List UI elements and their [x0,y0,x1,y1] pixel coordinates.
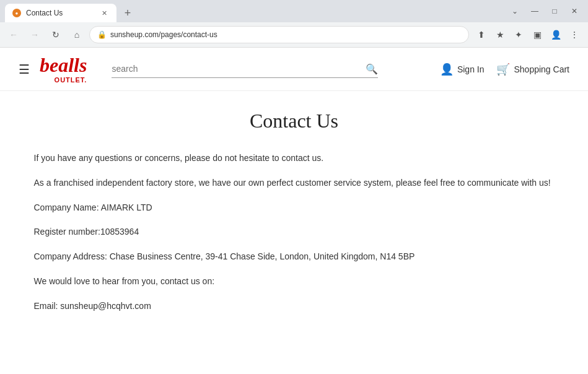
back-button[interactable]: ← [5,26,22,43]
search-icon[interactable]: 🔍 [366,63,378,75]
home-button[interactable]: ⌂ [68,26,86,43]
lock-icon: 🔒 [97,30,107,39]
hamburger-menu[interactable]: ☰ [19,62,30,77]
email-address: Email: sunsheup@hcqhvt.com [34,299,555,314]
address-bar[interactable]: 🔒 sunsheup.com/pages/contact-us [89,26,469,43]
company-name: Company Name: AIMARK LTD [34,201,555,215]
restore-button[interactable]: □ [546,2,563,20]
extensions-icon[interactable]: ✦ [510,26,527,43]
tab-bar: ● Contact Us ✕ + ⌄ — □ ✕ [0,0,588,22]
tab-title: Contact Us [26,9,94,17]
bookmark-icon[interactable]: ★ [491,26,509,43]
register-number: Register number:10853964 [34,225,555,240]
active-tab[interactable]: ● Contact Us ✕ [5,4,116,22]
cart-icon: 🛒 [496,63,510,76]
nav-actions: ⬆ ★ ✦ ▣ 👤 ⋮ [473,26,583,43]
search-input[interactable] [112,64,366,74]
contact-intro: We would love to hear from you, contact … [34,274,555,289]
profile-icon[interactable]: 👤 [547,26,564,43]
forward-button[interactable]: → [26,26,43,43]
intro-text-1: If you have any questions or concerns, p… [34,151,555,166]
intro-text-2: As a franchised independent factory stor… [34,176,555,191]
menu-icon[interactable]: ⋮ [566,26,583,43]
page-title: Contact Us [34,110,555,133]
minimize-button[interactable]: ⌄ [506,2,524,20]
shopping-cart-button[interactable]: 🛒 Shopping Cart [496,63,569,76]
header-actions: 👤 Sign In 🛒 Shopping Cart [440,63,569,76]
site-logo[interactable]: bealls OUTLET. [40,55,87,84]
window-controls: ⌄ — □ ✕ [506,2,583,24]
tab-favicon: ● [12,9,21,17]
site-header: ☰ bealls OUTLET. 🔍 👤 Sign In 🛒 Shopping … [0,48,588,91]
logo-outlet-text: OUTLET. [40,76,87,84]
refresh-button[interactable]: ↻ [47,26,64,43]
company-address: Company Address: Chase Business Centre, … [34,250,555,264]
search-bar[interactable]: 🔍 [112,61,378,78]
logo-bealls-text: bealls [40,55,87,75]
address-text: sunsheup.com/pages/contact-us [110,30,461,39]
maximize-button[interactable]: — [526,2,543,20]
tab-close-button[interactable]: ✕ [99,8,109,18]
new-tab-button[interactable]: + [119,4,136,22]
main-content: Contact Us If you have any questions or … [9,91,579,349]
sign-in-label: Sign In [457,64,485,74]
user-icon: 👤 [440,63,454,76]
nav-bar: ← → ↻ ⌂ 🔒 sunsheup.com/pages/contact-us … [0,22,588,47]
cart-label: Shopping Cart [514,64,569,74]
close-window-button[interactable]: ✕ [566,2,583,20]
share-icon[interactable]: ⬆ [473,26,490,43]
browser-chrome: ● Contact Us ✕ + ⌄ — □ ✕ ← → ↻ ⌂ 🔒 sunsh… [0,0,588,48]
browser-layout-icon[interactable]: ▣ [529,26,546,43]
sign-in-button[interactable]: 👤 Sign In [440,63,485,76]
page-content: ☰ bealls OUTLET. 🔍 👤 Sign In 🛒 Shopping … [0,48,588,374]
